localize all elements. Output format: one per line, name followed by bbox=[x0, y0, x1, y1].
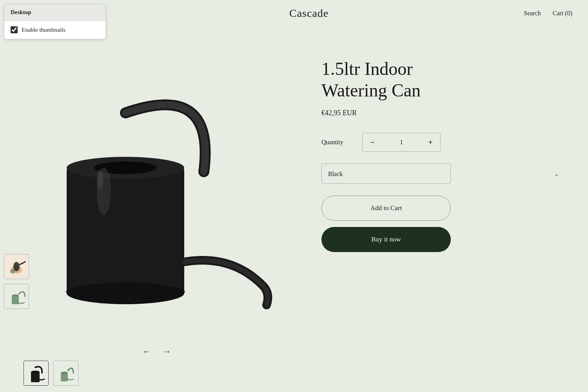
svg-point-18 bbox=[31, 371, 40, 374]
add-to-cart-button[interactable]: Add to Cart bbox=[321, 196, 451, 221]
thumb-lifestyle-svg bbox=[5, 255, 28, 278]
prev-image-button[interactable]: ← bbox=[142, 347, 151, 357]
enable-thumbnails-label: Enable thumbnails bbox=[22, 27, 65, 33]
product-gallery: ← → bbox=[0, 34, 290, 386]
desktop-dropdown-title: Desktop bbox=[4, 4, 105, 21]
enable-thumbnails-row[interactable]: Enable thumbnails bbox=[11, 26, 99, 33]
chevron-down-icon: ⌄ bbox=[554, 170, 559, 178]
next-image-button[interactable]: → bbox=[163, 347, 171, 357]
thumb-black-svg bbox=[25, 362, 47, 385]
header-nav: Search Cart (0) bbox=[524, 10, 572, 17]
brand-logo[interactable]: Cascade bbox=[289, 7, 328, 20]
thumbnail-sage[interactable] bbox=[4, 284, 29, 309]
buy-now-button[interactable]: Buy it now bbox=[321, 227, 451, 252]
quantity-label: Quantity bbox=[321, 139, 353, 146]
main-image bbox=[0, 34, 290, 340]
thumb-sage-bottom-svg bbox=[54, 362, 77, 385]
svg-rect-17 bbox=[31, 372, 40, 382]
thumbnail-black-selected[interactable] bbox=[24, 361, 49, 386]
enable-thumbnails-checkbox[interactable] bbox=[11, 26, 18, 33]
quantity-increase-button[interactable]: + bbox=[421, 133, 440, 151]
product-title: 1.5ltr Indoor Watering Can bbox=[321, 58, 564, 101]
thumbnail-lifestyle[interactable] bbox=[4, 254, 29, 279]
product-main-image-svg bbox=[12, 42, 278, 332]
svg-rect-20 bbox=[61, 373, 68, 381]
bottom-thumbnails bbox=[0, 357, 290, 386]
desktop-dropdown: Desktop Enable thumbnails bbox=[4, 4, 106, 39]
svg-rect-9 bbox=[67, 168, 184, 293]
quantity-value: 1 bbox=[382, 139, 421, 146]
svg-point-7 bbox=[12, 294, 19, 297]
svg-point-14 bbox=[97, 170, 103, 189]
thumb-sage-svg bbox=[5, 285, 28, 308]
desktop-dropdown-body: Enable thumbnails bbox=[4, 21, 105, 39]
product-price: €42,95 EUR bbox=[321, 109, 564, 117]
color-select[interactable]: Black Sage bbox=[321, 163, 451, 184]
search-link[interactable]: Search bbox=[524, 10, 541, 17]
quantity-row: Quantity − 1 + bbox=[321, 133, 564, 152]
cart-link[interactable]: Cart (0) bbox=[553, 10, 572, 17]
svg-point-21 bbox=[61, 372, 68, 374]
thumbnails-column bbox=[4, 254, 29, 309]
svg-point-15 bbox=[66, 284, 185, 299]
color-select-wrapper: Black Sage ⌄ bbox=[321, 163, 564, 184]
main-content: ← → bbox=[0, 27, 588, 392]
quantity-control: − 1 + bbox=[362, 133, 441, 152]
svg-point-4 bbox=[10, 269, 15, 274]
quantity-decrease-button[interactable]: − bbox=[363, 133, 382, 151]
product-details: 1.5ltr Indoor Watering Can €42,95 EUR Qu… bbox=[290, 34, 588, 386]
image-nav: ← → bbox=[24, 340, 290, 357]
thumbnail-sage-bottom[interactable] bbox=[53, 361, 78, 386]
